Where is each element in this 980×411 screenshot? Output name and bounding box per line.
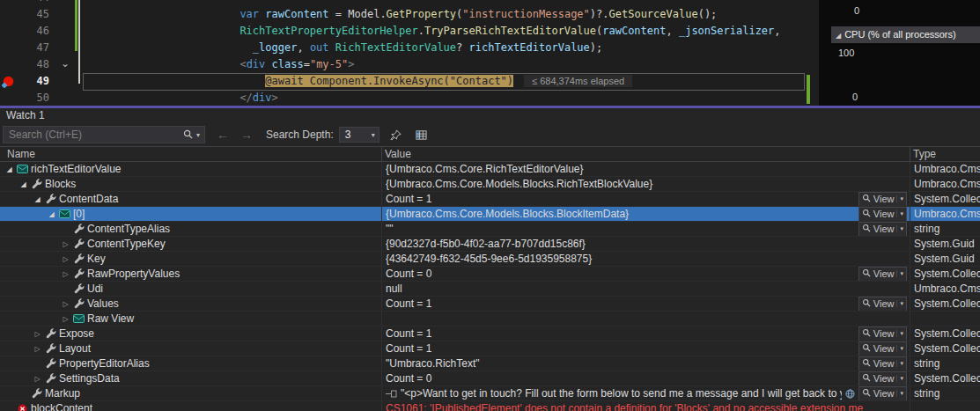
watch-row[interactable]: Markup"<p>Want to get in touch? Fill out… <box>0 386 980 401</box>
watch-row[interactable]: ▷ContentTypeKey{90d2327d-f5b0-4f02-aa77-… <box>0 237 980 252</box>
column-value[interactable]: Value <box>385 148 411 160</box>
cpu-graph-header[interactable]: ◢CPU (% of all processors) <box>831 26 980 43</box>
expander-collapsed-icon[interactable]: ▷ <box>32 330 43 338</box>
column-name[interactable]: Name <box>7 148 35 160</box>
expander-collapsed-icon[interactable]: ▷ <box>32 375 43 383</box>
code-line[interactable]: @await Component.InvokeAsync("Contact")≤… <box>87 73 781 90</box>
chevron-down-icon[interactable]: ▾ <box>896 195 903 202</box>
view-label: View <box>873 388 895 399</box>
watch-row[interactable]: PropertyEditorAlias"Umbraco.RichText"Vie… <box>0 356 980 371</box>
watch-row[interactable]: ▷RawPropertyValuesCount = 0View▾System.C… <box>0 267 980 282</box>
html-visualizer-icon[interactable] <box>845 389 855 399</box>
value-cell: Count = 0View▾ <box>382 267 910 281</box>
perf-tip[interactable]: ≤ 684,374ms elapsed <box>524 75 632 87</box>
code-line[interactable]: </div> <box>87 90 781 106</box>
chevron-down-icon[interactable]: ▾ <box>896 390 903 397</box>
watch-row[interactable]: ▷ValuesCount = 1View▾System.Collect <box>0 297 980 312</box>
code-line[interactable]: <div class="my-5"> <box>87 56 781 73</box>
view-button[interactable]: View▾ <box>858 386 907 400</box>
watch-type: System.Collect <box>910 297 980 310</box>
expander-collapsed-icon[interactable]: ▷ <box>60 240 71 248</box>
expander-expanded-icon[interactable]: ◢ <box>18 180 29 188</box>
code-line[interactable] <box>87 0 781 6</box>
code-line[interactable]: _logger, out RichTextEditorValue? richTe… <box>87 40 781 56</box>
value-cell: Count = 1View▾ <box>382 341 910 356</box>
column-separator[interactable] <box>910 147 910 161</box>
chevron-down-icon: ▾ <box>372 131 379 139</box>
view-button[interactable]: View▾ <box>858 341 907 356</box>
watch-row[interactable]: ◢richTextEditorValue{Umbraco.Cms.Core.Ri… <box>0 162 980 177</box>
watch-type: Umbraco.Cms. <box>910 163 980 175</box>
magnifier-icon <box>862 328 871 339</box>
pushpin-icon[interactable] <box>387 126 405 143</box>
table-view-icon[interactable] <box>413 126 431 143</box>
code-text[interactable]: var rawContent = Model.GetProperty("inst… <box>87 0 781 106</box>
watch-row[interactable]: ContentTypeAlias""View▾string <box>0 222 980 237</box>
watch-row[interactable]: ▷SettingsDataCount = 0View▾System.Collec… <box>0 371 980 386</box>
chevron-down-icon[interactable]: ▾ <box>896 210 903 217</box>
chevron-down-icon[interactable]: ▾ <box>896 360 903 367</box>
watch-type: string <box>910 357 980 370</box>
chevron-down-icon[interactable]: ▾ <box>896 345 903 352</box>
view-button[interactable]: View▾ <box>858 222 907 236</box>
view-button[interactable]: View▾ <box>858 297 907 311</box>
chevron-down-icon[interactable]: ▾ <box>196 131 200 139</box>
view-label: View <box>873 209 895 219</box>
expander-expanded-icon[interactable]: ◢ <box>32 195 43 203</box>
code-line[interactable]: RichTextPropertyEditorHelper.TryParseRic… <box>87 23 781 40</box>
search-input[interactable]: Search (Ctrl+E) ▾ <box>3 126 205 143</box>
code-editor[interactable]: 44454647484950 ⌄ var rawContent = Model.… <box>0 0 819 106</box>
watch-row[interactable]: ▷Raw View <box>0 312 980 327</box>
view-button[interactable]: View▾ <box>858 371 907 385</box>
view-button[interactable]: View▾ <box>858 267 907 281</box>
pin-to-source-icon[interactable] <box>386 390 397 398</box>
watch-row[interactable]: ▷Key{43642749-f632-45d5-9ee6-5d193595887… <box>0 252 980 267</box>
chevron-down-icon[interactable]: ▾ <box>896 225 903 232</box>
watch-type: string <box>910 223 980 235</box>
code-line[interactable]: var rawContent = Model.GetProperty("inst… <box>87 6 781 23</box>
expander-collapsed-icon[interactable]: ▷ <box>60 255 71 263</box>
expander-expanded-icon[interactable]: ◢ <box>4 165 15 173</box>
watch-row[interactable]: ◢ContentDataCount = 1View▾System.Collect <box>0 192 980 207</box>
magnifier-icon <box>862 388 871 399</box>
search-forward-button[interactable]: → <box>240 126 253 143</box>
expander-collapsed-icon[interactable]: ▷ <box>60 315 71 323</box>
watch-title: Watch 1 <box>0 108 980 123</box>
fold-collapse-icon[interactable]: ⌄ <box>56 56 74 73</box>
diagnostic-tools-panel: 0 ◢CPU (% of all processors) 100 0 <box>819 0 980 106</box>
expander-collapsed-icon[interactable]: ▷ <box>32 345 43 353</box>
watch-row[interactable]: UdinullUmbraco.Cms. <box>0 282 980 297</box>
axis-max-label: 100 <box>838 48 854 58</box>
name-cell: ▷Values <box>0 297 382 311</box>
expander-collapsed-icon[interactable]: ▷ <box>60 270 71 278</box>
view-button[interactable]: View▾ <box>858 356 907 371</box>
search-depth-select[interactable]: 3 ▾ <box>339 127 379 143</box>
search-back-button[interactable]: ← <box>217 126 229 143</box>
watch-row[interactable]: ◢Blocks{Umbraco.Cms.Core.Models.Blocks.R… <box>0 177 980 192</box>
chevron-down-icon[interactable]: ▾ <box>896 330 903 337</box>
view-button[interactable]: View▾ <box>858 327 907 341</box>
watch-name: Blocks <box>45 178 76 190</box>
watch-row[interactable]: blockContentCS1061: 'IPublishedElement' … <box>0 401 980 411</box>
view-label: View <box>873 358 895 369</box>
property-icon <box>71 268 86 279</box>
view-button[interactable]: View▾ <box>858 192 907 206</box>
watch-name: richTextEditorValue <box>31 163 122 175</box>
watch-row[interactable]: ▷ExposeCount = 1View▾System.Collect <box>0 327 980 341</box>
value-cell: {90d2327d-f5b0-4f02-aa77-b707dd15c86f} <box>382 237 910 251</box>
view-button[interactable]: View▾ <box>858 207 907 221</box>
name-cell: ◢Blocks <box>0 177 382 191</box>
magnifier-icon <box>862 373 871 384</box>
column-separator[interactable] <box>381 147 382 161</box>
chevron-down-icon[interactable]: ▾ <box>896 300 903 307</box>
watch-row[interactable]: ▷LayoutCount = 1View▾System.Collect <box>0 341 980 356</box>
name-cell: ◢[0] <box>0 207 382 221</box>
expander-collapsed-icon[interactable]: ▷ <box>60 300 71 308</box>
value-cell: {Umbraco.Cms.Core.RichTextEditorValue} <box>382 162 910 176</box>
column-type[interactable]: Type <box>913 148 936 160</box>
watch-row[interactable]: ◢[0]{Umbraco.Cms.Core.Models.Blocks.Bloc… <box>0 207 980 222</box>
expander-expanded-icon[interactable]: ◢ <box>46 210 57 218</box>
chevron-down-icon[interactable]: ▾ <box>896 270 903 277</box>
chevron-down-icon[interactable]: ▾ <box>896 375 903 382</box>
search-icon[interactable] <box>183 127 193 143</box>
